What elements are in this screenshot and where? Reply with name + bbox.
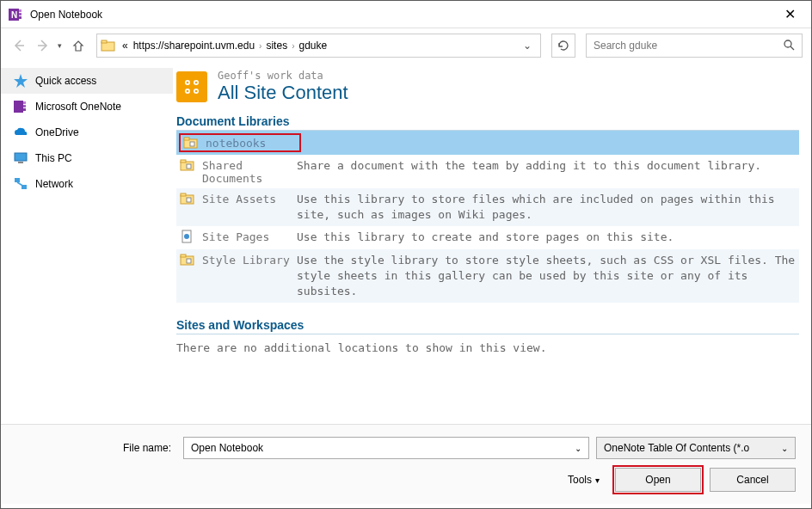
breadcrumb-0[interactable]: https://sharepoint.uvm.edu — [131, 40, 257, 52]
svg-point-38 — [184, 234, 189, 239]
sidebar-item-quick-access[interactable]: Quick access — [1, 68, 173, 94]
breadcrumb-prefix[interactable]: « — [120, 40, 131, 52]
onenote-app-icon: N — [8, 7, 23, 22]
refresh-button[interactable] — [551, 34, 575, 58]
svg-rect-29 — [184, 138, 189, 140]
navbar: ▾ « https://sharepoint.uvm.edu › sites ›… — [1, 28, 811, 63]
svg-point-27 — [195, 90, 198, 93]
open-label: Open — [645, 474, 670, 486]
library-name: Site Pages — [202, 230, 297, 243]
breadcrumb-1[interactable]: sites — [263, 40, 290, 52]
svg-rect-11 — [14, 101, 23, 113]
close-button[interactable]: ✕ — [776, 6, 804, 22]
svg-line-19 — [17, 182, 24, 187]
library-row-notebooks[interactable]: notebooks — [176, 131, 799, 155]
cancel-label: Cancel — [736, 474, 768, 486]
svg-rect-12 — [23, 101, 26, 104]
site-title: All Site Content — [218, 82, 348, 104]
tools-label: Tools — [568, 474, 592, 486]
library-row[interactable]: Style Library Use the style library to s… — [176, 249, 799, 304]
library-desc: Use the style library to store style she… — [297, 253, 796, 300]
sidebar-item-label: Microsoft OneNote — [35, 101, 121, 113]
titlebar: N Open Notebook ✕ — [1, 1, 811, 28]
content-pane: Geoff's work data All Site Content Docum… — [173, 63, 811, 424]
svg-point-9 — [784, 40, 791, 47]
library-name: Style Library — [202, 253, 297, 267]
library-name: Shared Documents — [202, 158, 297, 185]
svg-rect-15 — [15, 153, 27, 161]
onenote-icon — [13, 99, 28, 114]
section-sites: Sites and Workspaces — [176, 318, 799, 332]
chevron-right-icon: › — [290, 41, 296, 51]
library-row[interactable]: Site Pages Use this library to create an… — [176, 226, 799, 248]
open-button[interactable]: Open — [615, 468, 701, 492]
svg-point-24 — [187, 82, 189, 84]
tools-dropdown[interactable]: Tools ▾ — [568, 474, 600, 486]
sidebar-item-onenote[interactable]: Microsoft OneNote — [1, 94, 173, 120]
window-title: Open Notebook — [30, 9, 102, 21]
forward-button[interactable] — [34, 36, 52, 55]
file-name-label: File name: — [16, 442, 176, 454]
sidebar-item-label: OneDrive — [35, 126, 79, 138]
svg-rect-41 — [187, 259, 191, 263]
sidebar-item-label: This PC — [35, 152, 72, 164]
library-desc: Share a document with the team by adding… — [297, 158, 796, 174]
network-icon — [13, 176, 28, 192]
chevron-down-icon: ⌄ — [575, 444, 581, 453]
chevron-right-icon: › — [257, 41, 263, 51]
svg-rect-30 — [190, 142, 194, 146]
search-icon — [783, 39, 795, 53]
section-libraries: Document Libraries — [176, 114, 799, 128]
library-row[interactable]: Shared Documents Share a document with t… — [176, 155, 799, 188]
svg-rect-36 — [187, 198, 191, 202]
svg-rect-35 — [181, 193, 186, 196]
svg-rect-1 — [19, 9, 22, 12]
cancel-button[interactable]: Cancel — [710, 468, 796, 492]
file-name-input[interactable]: Open Notebook ⌄ — [183, 437, 589, 459]
file-type-filter[interactable]: OneNote Table Of Contents (*.o ⌄ — [596, 437, 796, 459]
sidebar-item-this-pc[interactable]: This PC — [1, 145, 173, 171]
svg-point-25 — [195, 82, 198, 84]
sidebar-item-network[interactable]: Network — [1, 171, 173, 197]
svg-rect-40 — [181, 254, 186, 257]
library-list: notebooks Shared Documents Share a docum… — [176, 131, 799, 303]
svg-rect-8 — [102, 40, 107, 43]
no-sites-message: There are no additional locations to sho… — [176, 341, 799, 354]
history-dropdown-icon[interactable]: ▾ — [58, 41, 62, 50]
svg-rect-16 — [18, 162, 23, 163]
search-input[interactable]: Search gduke — [586, 34, 803, 58]
up-button[interactable] — [71, 38, 86, 53]
library-name: notebooks — [206, 136, 300, 150]
file-name-value: Open Notebook — [191, 442, 263, 454]
sidebar-item-onedrive[interactable]: OneDrive — [1, 120, 173, 145]
library-desc: Use this library to create and store pag… — [297, 230, 796, 245]
site-subtitle: Geoff's work data — [218, 70, 348, 82]
sidebar-item-label: Quick access — [35, 75, 96, 87]
chevron-down-icon: ▾ — [595, 475, 600, 485]
folder-icon — [183, 136, 199, 150]
svg-rect-3 — [19, 16, 22, 19]
star-icon — [13, 73, 28, 89]
address-bar[interactable]: « https://sharepoint.uvm.edu › sites › g… — [96, 34, 541, 58]
cloud-icon — [13, 125, 28, 140]
chevron-down-icon: ⌄ — [781, 444, 788, 453]
svg-rect-13 — [23, 105, 26, 107]
breadcrumb-2[interactable]: gduke — [296, 40, 329, 52]
folder-icon — [180, 158, 195, 172]
address-dropdown-icon[interactable]: ⌄ — [518, 40, 537, 52]
folder-icon — [180, 192, 195, 205]
back-button[interactable] — [9, 36, 28, 55]
site-icon — [176, 71, 207, 102]
folder-icon — [101, 38, 116, 53]
page-icon — [180, 230, 195, 243]
svg-rect-32 — [181, 160, 186, 163]
footer: File name: Open Notebook ⌄ OneNote Table… — [1, 424, 811, 504]
svg-rect-17 — [15, 178, 20, 182]
sidebar: Quick access Microsoft OneNote OneDrive … — [1, 63, 173, 424]
monitor-icon — [13, 150, 28, 166]
library-row[interactable]: Site Assets Use this library to store fi… — [176, 188, 799, 226]
search-placeholder: Search gduke — [594, 40, 783, 52]
svg-text:N: N — [11, 10, 17, 20]
library-name: Site Assets — [202, 192, 297, 205]
svg-rect-33 — [187, 164, 191, 169]
